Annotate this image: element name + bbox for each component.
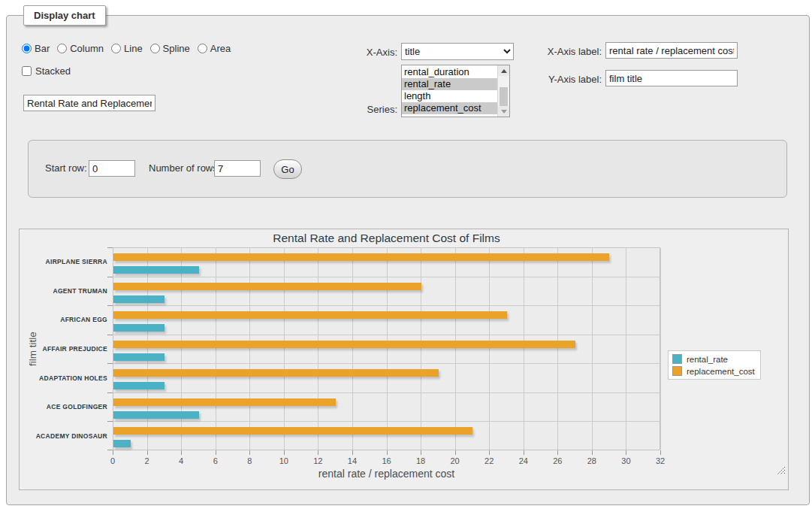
y-axis-label-input[interactable] — [605, 70, 738, 86]
chart-legend: rental_ratereplacement_cost — [668, 350, 761, 380]
y-tick-label: ADAPTATION HOLES — [20, 363, 107, 392]
y-tick-label: ACE GOLDFINGER — [20, 392, 107, 422]
y-tick-mark — [107, 392, 113, 393]
x-tick-mark — [421, 450, 421, 455]
y-tick-label: AIRPLANE SIERRA — [20, 247, 107, 277]
x-tick-mark — [489, 450, 490, 455]
bar-rental_rate-agent-truman — [113, 295, 165, 303]
gridline — [626, 248, 626, 450]
chart-container: Rental Rate and Replacement Cost of Film… — [19, 229, 789, 490]
legend-entry-replacement_cost: replacement_cost — [672, 366, 755, 376]
bar-replacement_cost-agent-truman — [113, 283, 421, 290]
x-tick-mark — [352, 450, 353, 455]
chart-type-label: Spline — [163, 43, 190, 54]
x-axis-label-input[interactable] — [605, 42, 738, 59]
x-tick-mark — [181, 450, 182, 455]
x-axis-label-field-label: X-Axis label: — [466, 46, 602, 57]
gridline — [113, 335, 660, 335]
chart-type-radio-column[interactable] — [57, 44, 67, 53]
scrollbar-thumb[interactable] — [500, 87, 508, 109]
stacked-option[interactable]: Stacked — [22, 65, 71, 77]
chart-type-radio-spline[interactable] — [150, 44, 160, 53]
legend-label: replacement_cost — [687, 367, 755, 376]
number-of-rows-input[interactable] — [214, 160, 261, 177]
x-tick-mark — [113, 450, 113, 455]
x-tick-label: 10 — [269, 456, 299, 465]
go-button[interactable]: Go — [273, 159, 302, 179]
gridline — [352, 248, 353, 450]
gridline — [557, 248, 558, 450]
chart-type-label: Line — [124, 43, 143, 54]
gridline — [113, 363, 660, 364]
x-tick-label: 22 — [474, 456, 504, 465]
chart-type-radio-group: BarColumnLineSplineArea — [22, 43, 235, 54]
bar-replacement_cost-ace-goldfinger — [113, 398, 336, 406]
x-axis-title: rental rate / replacement cost — [113, 468, 660, 480]
x-tick-label: 16 — [372, 456, 402, 465]
series-option-replacement_cost[interactable]: replacement_cost — [402, 102, 497, 114]
start-row-label: Start row: — [45, 162, 87, 174]
x-tick-label: 26 — [542, 456, 572, 465]
bar-rental_rate-ace-goldfinger — [113, 411, 199, 419]
bar-replacement_cost-airplane-sierra — [113, 253, 609, 261]
row-range-box: Start row: Number of rows: Go — [28, 140, 787, 198]
bar-replacement_cost-academy-dinosaur — [113, 427, 472, 435]
x-tick-label: 14 — [337, 456, 367, 465]
bar-rental_rate-academy-dinosaur — [113, 440, 131, 447]
stacked-checkbox[interactable] — [22, 66, 32, 76]
y-axis-tick-labels: AIRPLANE SIERRAAGENT TRUMANAFRICAN EGGAF… — [20, 247, 107, 450]
x-tick-mark — [524, 450, 524, 455]
gridline — [284, 248, 285, 450]
chart-type-area[interactable]: Area — [198, 43, 231, 54]
y-tick-mark — [107, 247, 113, 248]
bar-replacement_cost-african-egg — [113, 311, 507, 319]
chart-type-label: Bar — [35, 43, 50, 54]
series-option-length[interactable]: length — [402, 90, 497, 102]
x-tick-label: 20 — [440, 456, 470, 465]
resize-grip-icon[interactable] — [776, 465, 786, 475]
chart-title-input[interactable] — [23, 95, 155, 111]
x-tick-label: 2 — [132, 456, 162, 465]
chart-type-radio-bar[interactable] — [22, 44, 32, 53]
bar-rental_rate-airplane-sierra — [113, 266, 199, 274]
gridline — [147, 248, 148, 450]
x-tick-label: 32 — [645, 456, 675, 465]
x-tick-mark — [455, 450, 456, 455]
chart-type-radio-line[interactable] — [111, 44, 121, 53]
scroll-down-icon[interactable] — [498, 106, 509, 117]
start-row-input[interactable] — [89, 160, 135, 177]
x-tick-mark — [660, 450, 661, 455]
x-tick-label: 24 — [509, 456, 539, 465]
gridline — [421, 248, 421, 450]
y-tick-mark — [107, 277, 113, 277]
x-tick-mark — [557, 450, 558, 455]
gridline — [318, 248, 318, 450]
bar-rental_rate-affair-prejudice — [113, 353, 165, 361]
chart-type-radio-area[interactable] — [198, 44, 207, 53]
chart-type-line[interactable]: Line — [111, 43, 143, 54]
chart-type-bar[interactable]: Bar — [22, 43, 50, 54]
gridline — [455, 248, 456, 450]
bar-replacement_cost-adaptation-holes — [113, 369, 439, 377]
legend-swatch-icon — [672, 366, 682, 376]
bar-replacement_cost-affair-prejudice — [113, 341, 575, 348]
y-tick-mark — [107, 305, 113, 306]
y-tick-label: AFRICAN EGG — [20, 305, 107, 335]
chart-type-column[interactable]: Column — [57, 43, 104, 54]
x-tick-label: 18 — [406, 456, 436, 465]
chart-type-spline[interactable]: Spline — [150, 43, 190, 54]
stacked-label: Stacked — [35, 65, 71, 77]
panel-legend: Display chart — [23, 5, 106, 26]
gridline — [113, 392, 660, 393]
x-tick-label: 6 — [201, 456, 231, 465]
series-listbox[interactable]: rental_durationrental_ratelengthreplacem… — [401, 65, 510, 117]
page: Display chart BarColumnLineSplineArea St… — [0, 0, 812, 512]
number-of-rows-label: Number of rows: — [149, 162, 220, 174]
chart-title: Rental Rate and Replacement Cost of Film… — [113, 232, 660, 245]
bar-rental_rate-african-egg — [113, 324, 165, 332]
chart-type-label: Column — [70, 43, 104, 54]
gridline — [249, 248, 250, 450]
x-tick-label: 0 — [98, 456, 128, 465]
gridline — [113, 277, 660, 277]
x-tick-mark — [626, 450, 626, 455]
